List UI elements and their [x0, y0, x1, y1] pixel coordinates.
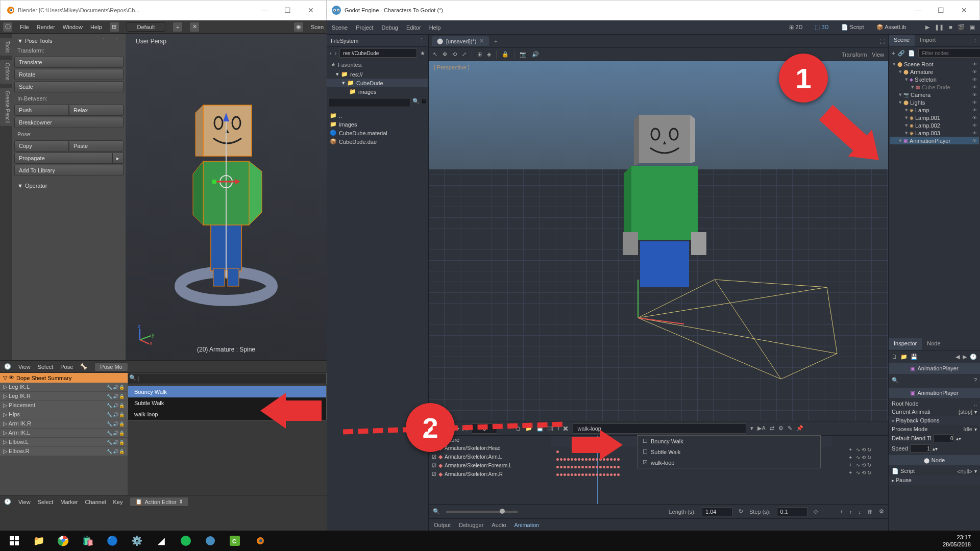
close-tab-icon[interactable]: ✕ — [479, 38, 484, 44]
ds-pose[interactable]: Pose — [60, 364, 73, 370]
dopesheet-channel[interactable]: ▷ Leg IK.L🔧🔊🔒 — [0, 383, 128, 392]
anim-dropdown-icon[interactable]: ▾ — [750, 425, 753, 432]
mode-2d[interactable]: ⊞ 2D — [786, 23, 805, 32]
action-search-input[interactable] — [128, 373, 327, 384]
search-icon[interactable]: 🔍 — [412, 98, 420, 107]
dopesheet-channel[interactable]: ▷ Arm IK.L🔧🔊🔒 — [0, 429, 128, 438]
blender-taskbar-icon[interactable] — [247, 531, 272, 551]
scene-node[interactable]: ▾⬤ Lights👁 — [890, 98, 979, 106]
add-layout-icon[interactable]: + — [173, 22, 182, 32]
filesystem-tab[interactable]: FileSystem — [331, 38, 358, 44]
operator-header[interactable]: ▼ Operator — [14, 181, 124, 190]
scene-node[interactable]: ▾⬤ Scene Root👁 — [890, 60, 979, 68]
playback-section[interactable]: ▿ Playback Options — [889, 416, 980, 425]
ds-channel[interactable]: Channel — [85, 499, 106, 505]
pose-tools-header[interactable]: ▼ Pose Tools⋮⋮⋮ — [14, 36, 124, 45]
blender-3d-viewport[interactable]: User Persp — [126, 34, 327, 360]
back-icon[interactable]: ‹ — [330, 50, 332, 56]
scene-tab[interactable]: ⬤ [unsaved](*) ✕ — [432, 36, 489, 46]
transform-menu[interactable]: Transform — [842, 52, 867, 58]
object-selector[interactable]: ▣ AnimationPlayer — [889, 363, 980, 374]
scene-node[interactable]: ▾⬤ Armature👁 — [890, 68, 979, 76]
add-to-library-button[interactable]: Add To Library — [14, 165, 124, 176]
armature-mode-icon[interactable]: 🦴 — [80, 363, 87, 370]
dopesheet-channel[interactable]: ▷ Arm IK.R🔧🔊🔒 — [0, 419, 128, 429]
menu-file[interactable]: File — [20, 24, 29, 30]
scale-button[interactable]: Scale — [14, 81, 124, 92]
tab-grease-pencil[interactable]: Grease Pencil — [0, 88, 12, 126]
steam-icon[interactable]: ⚙️ — [125, 531, 149, 551]
play-custom-icon[interactable]: ▣ — [970, 24, 975, 31]
breakdowner-button[interactable]: Breakdowner — [14, 117, 124, 128]
dopesheet-channel[interactable]: ▷ Elbow.R🔧🔊🔒 — [0, 447, 128, 456]
minimize-button[interactable]: — — [253, 3, 276, 18]
speed-input[interactable] — [910, 444, 930, 453]
close-button[interactable]: ✕ — [299, 3, 322, 18]
expand-icon[interactable]: ⛶ — [879, 38, 885, 44]
camtasia-icon[interactable]: C — [223, 531, 247, 551]
menu-project[interactable]: Project — [356, 24, 373, 31]
zoom-out-icon[interactable]: 🔍 — [433, 508, 440, 515]
file-images[interactable]: 📁 images — [330, 121, 425, 128]
animation-track[interactable]: ☑ ◆ Armature/Skeleton:Forearm.L — [429, 461, 551, 470]
close-button[interactable]: ✕ — [952, 3, 975, 18]
loop-icon[interactable]: ↻ — [739, 508, 743, 515]
script-value[interactable]: <null> — [957, 468, 972, 474]
move-down-icon[interactable]: ↓ — [859, 509, 862, 515]
anim-option[interactable]: ☑ walk-loop — [638, 457, 820, 468]
scene-node[interactable]: ▾▣ AnimationPlayer👁 — [890, 137, 979, 144]
instance-icon[interactable]: 🔗 — [898, 50, 905, 57]
anim-option[interactable]: ☐ Bouncy Walk — [638, 436, 820, 446]
menu-window[interactable]: Window — [63, 24, 83, 30]
listener-icon[interactable]: 🔊 — [532, 51, 539, 58]
minimize-button[interactable]: — — [906, 3, 929, 18]
menu-help[interactable]: Help — [90, 24, 102, 30]
node-class-header[interactable]: ⬤ Node — [889, 455, 980, 465]
menu-debug[interactable]: Debug — [381, 24, 398, 31]
inspector-tab[interactable]: Inspector — [889, 338, 922, 350]
blender-titlebar[interactable]: Blender [C:\Users\Mikey\Documents\Repos\… — [0, 0, 327, 20]
grid-view-icon[interactable]: ⊞ — [422, 98, 426, 107]
file-explorer-icon[interactable]: 📁 — [27, 531, 51, 551]
stop-icon[interactable]: ■ — [949, 24, 952, 31]
remove-layout-icon[interactable]: ✕ — [190, 22, 199, 32]
file-material[interactable]: 🔵 CubeDube.material — [330, 130, 425, 136]
relax-button[interactable]: Relax — [69, 105, 124, 116]
spotify-icon[interactable] — [174, 531, 198, 551]
snap-icon[interactable]: ⊞ — [477, 51, 482, 58]
scale-tool-icon[interactable]: ⤢ — [462, 51, 467, 58]
move-up-icon[interactable]: ↑ — [849, 509, 852, 515]
dock-menu-icon[interactable]: ⋮ — [419, 37, 424, 44]
length-input[interactable] — [702, 507, 732, 516]
dopesheet-channel[interactable]: ▷ Elbow.L🔧🔊🔒 — [0, 438, 128, 447]
editor-type-icon[interactable]: 🕐 — [4, 363, 11, 370]
pin-icon[interactable]: 📌 — [796, 425, 803, 432]
action-editor-dropdown[interactable]: 📋 Action Editor ⇕ — [130, 497, 188, 507]
search-icon[interactable]: 🔍 — [892, 377, 899, 384]
menu-render[interactable]: Render — [37, 24, 55, 30]
propagate-dropdown-icon[interactable]: ▸ — [112, 153, 124, 164]
rotate-tool-icon[interactable]: ⟲ — [452, 51, 457, 58]
move-tool-icon[interactable]: ✥ — [443, 51, 447, 58]
pause-section[interactable]: ▸ Pause — [889, 475, 980, 485]
scene-node[interactable]: ▾◉ Lamp.002👁 — [890, 121, 979, 129]
copy-button[interactable]: Copy — [14, 140, 69, 152]
track-controls[interactable]: + ∿ ⟲ ↻ — [832, 461, 888, 469]
history-back-icon[interactable]: ◀ — [955, 354, 960, 360]
info-icon[interactable]: ⓘ — [3, 22, 12, 32]
ds-view2[interactable]: View — [18, 499, 31, 505]
file-up[interactable]: 📁 .. — [330, 112, 425, 119]
scene-node[interactable]: ▾◆ Skeleton👁 — [890, 76, 979, 83]
camera-icon[interactable]: 📷 — [520, 51, 527, 58]
track-controls[interactable]: + ∿ ⟲ ↻ — [832, 446, 888, 454]
menu-editor[interactable]: Editor — [406, 24, 421, 31]
help-icon[interactable]: ? — [974, 377, 977, 383]
mode-assetlib[interactable]: 📦 AssetLib — [873, 23, 910, 32]
step-input[interactable] — [777, 507, 807, 516]
play-icon[interactable]: ▶ — [925, 24, 929, 31]
node-tab[interactable]: Node — [922, 338, 945, 350]
path-input[interactable] — [339, 48, 417, 58]
script-icon[interactable]: 📄 — [908, 50, 915, 57]
animation-tab[interactable]: Animation — [514, 522, 540, 528]
editor-type-icon[interactable]: 🕐 — [4, 498, 11, 505]
